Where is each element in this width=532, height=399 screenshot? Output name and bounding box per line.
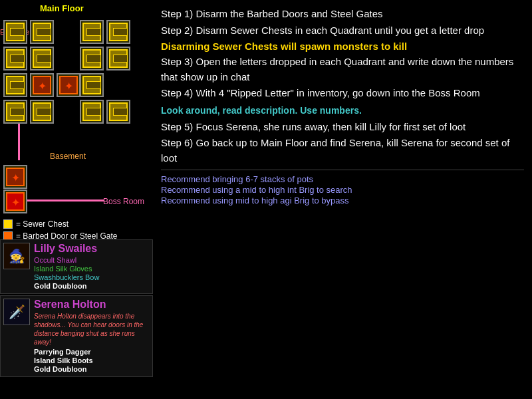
- lilly-name: Lilly Swailes: [34, 243, 150, 255]
- legend-icon-yellow: [3, 219, 13, 229]
- basement-label: Basement: [50, 152, 86, 161]
- divider: [161, 170, 524, 170]
- recommend-1: Recommend using a mid to high int Brig t…: [161, 185, 524, 195]
- map-cell: [30, 100, 54, 124]
- serena-loot-1: Island Silk Boots: [34, 356, 150, 364]
- map-cell: [30, 73, 54, 97]
- boss-cards: 🧙 Lilly Swailes Occult Shawl Island Silk…: [0, 239, 153, 378]
- map-cell: [3, 73, 27, 97]
- map-cell: [3, 20, 27, 44]
- recommend-2: Recommend using mid to high agi Brig to …: [161, 196, 524, 205]
- serena-loot-2: Gold Doubloon: [34, 365, 150, 373]
- connector-line: [18, 124, 20, 160]
- map-cell: [30, 47, 54, 70]
- serena-loot-0: Parrying Dagger: [34, 348, 150, 356]
- serena-avatar: 🗡️: [3, 299, 30, 325]
- lilly-loot-3: Gold Doubloon: [34, 282, 150, 290]
- right-panel: Step 1) Disarm the Barbed Doors and Stee…: [153, 0, 532, 399]
- step-warning: Disarming Sewer Chests will spawn monste…: [161, 41, 524, 52]
- map-cell: [106, 20, 130, 44]
- map-cell: [3, 47, 27, 70]
- map-cell: [30, 20, 54, 44]
- boss-room-cell: [3, 190, 27, 213]
- lilly-loot-0: Occult Shawl: [34, 256, 150, 264]
- boss-room-label: Boss Room: [103, 197, 144, 206]
- map-cell: [3, 100, 27, 124]
- legend-item-sewer: = Sewer Chest: [3, 219, 117, 229]
- serena-desc: Serena Holton disappears into the shadow…: [34, 312, 150, 346]
- lilly-info: Lilly Swailes Occult Shawl Island Silk G…: [34, 243, 150, 291]
- serena-card: 🗡️ Serena Holton Serena Holton disappear…: [0, 295, 153, 377]
- serena-name: Serena Holton: [34, 299, 150, 311]
- map-cell: [80, 100, 104, 124]
- lilly-loot-1: Island Silk Gloves: [34, 265, 150, 273]
- basement-cell: [3, 165, 27, 189]
- lilly-card: 🧙 Lilly Swailes Occult Shawl Island Silk…: [0, 239, 153, 294]
- step-4: Step 4) With 4 "Ripped Letter" in invent…: [161, 86, 524, 101]
- connector-line-h: [27, 200, 104, 201]
- step-3: Step 3) Open the letters dropped in each…: [161, 55, 524, 84]
- map-cell: [80, 73, 104, 97]
- map-cell: [106, 47, 130, 70]
- map-cell: [106, 100, 130, 124]
- step-2: Step 2) Disarm Sewer Chests in each Quad…: [161, 23, 524, 39]
- map-cell: [80, 47, 104, 70]
- legend-text-sewer: = Sewer Chest: [16, 219, 68, 229]
- left-panel: Main Floor Entrance Basement: [0, 0, 153, 399]
- serena-info: Serena Holton Serena Holton disappears i…: [34, 299, 150, 374]
- main-floor-label: Main Floor: [40, 3, 84, 13]
- recommend-0: Recommend bringing 6-7 stacks of pots: [161, 174, 524, 184]
- step-1: Step 1) Disarm the Barbed Doors and Stee…: [161, 7, 524, 22]
- step-look: Look around, read description. Use numbe…: [161, 105, 524, 116]
- lilly-loot-2: Swashbucklers Bow: [34, 273, 150, 281]
- map-area: Main Floor Entrance Basement: [0, 0, 153, 226]
- map-cell: [80, 20, 104, 44]
- map-cell: [57, 73, 80, 97]
- step-5: Step 5) Focus Serena, she runs away, the…: [161, 120, 524, 135]
- step-6: Step 6) Go back up to Main Floor and fin…: [161, 136, 524, 166]
- lilly-avatar: 🧙: [3, 243, 30, 269]
